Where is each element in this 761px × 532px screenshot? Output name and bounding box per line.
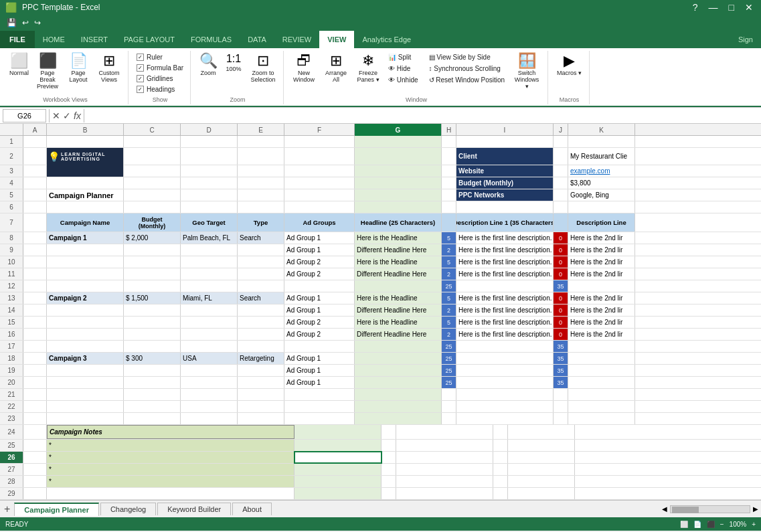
i24[interactable] <box>396 425 493 439</box>
a5[interactable] <box>23 189 47 201</box>
j1[interactable] <box>554 136 568 147</box>
c9[interactable] <box>124 244 181 256</box>
col-f[interactable]: F <box>284 124 355 136</box>
k21[interactable] <box>568 389 635 400</box>
c3[interactable] <box>124 165 181 177</box>
d3[interactable] <box>181 165 238 177</box>
e4[interactable] <box>238 177 284 189</box>
j22[interactable] <box>554 401 568 412</box>
ruler-checkbox[interactable]: Ruler <box>134 52 186 62</box>
k25[interactable] <box>508 440 575 451</box>
page-layout-status[interactable]: 📄 <box>693 521 701 528</box>
c23[interactable] <box>124 413 181 424</box>
g27[interactable] <box>294 464 382 475</box>
page-break-status[interactable]: ⬛ <box>707 521 715 528</box>
view-side-by-side-btn[interactable]: ▤ View Side by Side <box>426 52 508 62</box>
h3[interactable] <box>442 165 456 177</box>
c3-h1[interactable] <box>355 353 442 364</box>
h25[interactable] <box>382 440 396 451</box>
g1[interactable] <box>355 136 442 147</box>
i21[interactable] <box>456 389 554 400</box>
h24[interactable] <box>382 425 396 439</box>
c12[interactable] <box>124 280 181 292</box>
g21[interactable] <box>355 389 442 400</box>
e12[interactable] <box>238 280 284 292</box>
a24[interactable] <box>23 425 47 439</box>
c3-d1-1[interactable] <box>456 353 554 364</box>
tab-changelog[interactable]: Changelog <box>100 503 156 515</box>
d23[interactable] <box>181 413 238 424</box>
d10[interactable] <box>181 256 238 268</box>
i17[interactable] <box>456 341 554 352</box>
a8[interactable] <box>23 232 47 244</box>
a12[interactable] <box>23 280 47 292</box>
a7[interactable] <box>23 213 47 232</box>
b23[interactable] <box>47 413 124 424</box>
notes-row1[interactable]: * <box>47 440 294 451</box>
a28[interactable] <box>23 476 47 487</box>
page-break-btn[interactable]: ⬛ Page Break Preview <box>33 52 62 91</box>
a29[interactable] <box>23 488 47 499</box>
a10[interactable] <box>23 256 47 268</box>
e23[interactable] <box>238 413 284 424</box>
h26[interactable] <box>382 452 396 463</box>
g26-selected[interactable] <box>294 452 382 463</box>
normal-view-status[interactable]: ⬜ <box>680 521 688 528</box>
f21[interactable] <box>284 389 355 400</box>
hide-btn[interactable]: 👁 Hide <box>386 64 420 74</box>
d15[interactable] <box>181 317 238 328</box>
c3-d1-3[interactable] <box>456 377 554 388</box>
c3-h3[interactable] <box>355 377 442 388</box>
zoom-selection-btn[interactable]: ⊡ Zoom to Selection <box>247 52 279 84</box>
a18[interactable] <box>23 353 47 364</box>
freeze-panes-btn[interactable]: ❄ Freeze Panes ▾ <box>353 52 383 84</box>
a1[interactable] <box>23 136 47 147</box>
b21[interactable] <box>47 389 124 400</box>
c14[interactable] <box>124 304 181 316</box>
k23[interactable] <box>568 413 635 424</box>
tab-view[interactable]: VIEW <box>319 31 354 48</box>
g29[interactable] <box>294 488 382 499</box>
i12[interactable] <box>456 280 554 292</box>
a9[interactable] <box>23 244 47 256</box>
notes-row2[interactable]: * <box>47 452 294 463</box>
tab-file[interactable]: FILE <box>0 31 35 48</box>
tab-formulas[interactable]: FORMULAS <box>183 31 240 48</box>
a25[interactable] <box>23 440 47 451</box>
a6[interactable] <box>23 201 47 213</box>
e2[interactable] <box>238 148 284 165</box>
a11[interactable] <box>23 268 47 280</box>
f5[interactable] <box>284 189 355 201</box>
col-h[interactable]: H <box>442 124 456 136</box>
i6[interactable] <box>456 201 554 213</box>
a21[interactable] <box>23 389 47 400</box>
tab-keyword-builder[interactable]: Keyword Builder <box>157 503 231 515</box>
d21[interactable] <box>181 389 238 400</box>
j24[interactable] <box>493 425 508 439</box>
headings-checkbox[interactable]: Headings <box>134 84 186 94</box>
tab-page-layout[interactable]: PAGE LAYOUT <box>116 31 183 48</box>
k1[interactable] <box>568 136 635 147</box>
d17[interactable] <box>181 341 238 352</box>
h1[interactable] <box>442 136 456 147</box>
reset-window-btn[interactable]: ↺ Reset Window Position <box>426 75 508 85</box>
k29[interactable] <box>508 488 575 499</box>
b1[interactable] <box>47 136 124 147</box>
c2[interactable] <box>124 148 181 165</box>
maximize-btn[interactable]: □ <box>726 2 737 13</box>
b16[interactable] <box>47 329 124 340</box>
f1[interactable] <box>284 136 355 147</box>
close-btn[interactable]: ✕ <box>742 2 756 13</box>
j25[interactable] <box>493 440 508 451</box>
b22[interactable] <box>47 401 124 412</box>
e21[interactable] <box>238 389 284 400</box>
c3-desc2-2[interactable] <box>568 365 635 376</box>
d16[interactable] <box>181 329 238 340</box>
tab-sign[interactable]: Sign <box>730 31 761 48</box>
f23[interactable] <box>284 413 355 424</box>
zoom-out-btn[interactable]: − <box>720 521 724 528</box>
j29[interactable] <box>493 488 508 499</box>
confirm-formula-icon[interactable]: ✓ <box>63 110 71 121</box>
normal-view-btn[interactable]: ⬜ Normal <box>7 52 31 78</box>
e20[interactable] <box>238 377 284 388</box>
